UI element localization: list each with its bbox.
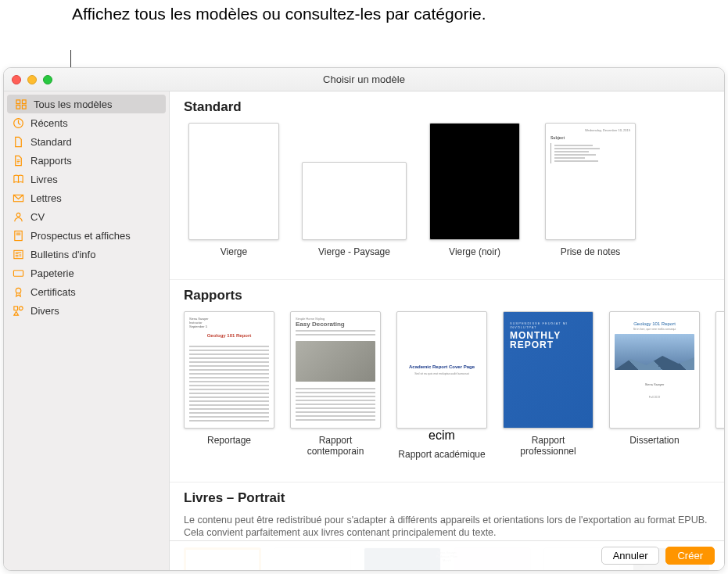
svg-rect-11 (13, 270, 23, 276)
sidebar-item-newsletters[interactable]: Bulletins d'info (4, 245, 169, 264)
sidebar-item-label: Prospectus et affiches (30, 230, 131, 242)
template-thumbnail (302, 162, 407, 240)
template-overflow[interactable] (715, 311, 724, 472)
svg-rect-8 (16, 232, 20, 235)
sidebar-item-label: Divers (30, 305, 59, 317)
sidebar-item-label: Lettres (30, 192, 62, 204)
svg-rect-2 (16, 105, 20, 109)
newspaper-icon (12, 248, 24, 260)
sidebar-item-label: Bulletins d'info (30, 249, 95, 260)
person-icon (12, 210, 24, 223)
book-icon (12, 173, 24, 185)
template-row: Siena SawyerInstructorSeptember 5 Geolog… (184, 311, 710, 472)
sidebar: Tous les modèles Récents Standard Rappor… (4, 91, 170, 570)
sidebar-item-all-templates[interactable]: Tous les modèles (7, 95, 166, 113)
template-chooser-window: Choisir un modèle Tous les modèles Récen… (3, 67, 725, 571)
sidebar-item-label: Papeterie (30, 267, 74, 279)
svg-point-12 (16, 288, 21, 293)
grid-icon (15, 98, 27, 110)
section-title: Standard (184, 99, 710, 115)
clock-icon (12, 117, 24, 129)
sidebar-item-cv[interactable]: CV (4, 207, 169, 226)
section-standard: Standard Vierge Vierge - Paysage Vierge … (170, 91, 724, 280)
template-contemporary-report[interactable]: Simple Home Styling Easy Decorating Rapp… (290, 311, 381, 472)
window-title: Choisir un modèle (323, 74, 405, 85)
zoom-icon[interactable] (43, 75, 52, 84)
misc-icon (12, 304, 24, 317)
svg-rect-9 (13, 250, 22, 258)
template-label: Prise de notes (561, 246, 621, 270)
template-thumbnail (715, 311, 724, 429)
svg-rect-3 (22, 105, 26, 109)
sidebar-item-letters[interactable]: Lettres (4, 188, 169, 207)
close-icon[interactable] (12, 75, 21, 84)
svg-rect-13 (13, 306, 17, 310)
sidebar-item-standard[interactable]: Standard (4, 132, 169, 151)
template-thumbnail (188, 123, 279, 240)
svg-point-6 (16, 213, 20, 217)
card-icon (12, 267, 24, 279)
sidebar-item-label: Récents (30, 117, 68, 129)
template-note-taking[interactable]: Wednesday, December 10, 2019 Subject (540, 123, 640, 270)
svg-point-14 (19, 306, 23, 310)
template-blank[interactable]: Vierge (184, 123, 284, 270)
svg-rect-7 (14, 231, 21, 240)
sidebar-item-label: CV (30, 211, 45, 223)
sidebar-item-label: Standard (30, 136, 72, 148)
template-blank-black[interactable]: Vierge (noir) (425, 123, 525, 270)
minimize-icon[interactable] (27, 75, 37, 84)
template-thumbnail (429, 123, 520, 240)
template-thumbnail: Wednesday, December 10, 2019 Subject (545, 123, 636, 240)
template-label: Rapport académique (398, 449, 485, 472)
template-dissertation[interactable]: Geology 101 Report Sit in fore, que vere… (609, 311, 700, 472)
traffic-lights (4, 75, 52, 84)
svg-rect-1 (22, 99, 26, 103)
cancel-button[interactable]: Annuler (601, 547, 660, 565)
template-academic-report[interactable]: Academic Report Cover Page Sed sit ea qu… (396, 311, 487, 472)
sidebar-item-books[interactable]: Livres (4, 170, 169, 188)
svg-rect-0 (16, 99, 20, 103)
sidebar-item-recents[interactable]: Récents (4, 113, 169, 132)
template-label: Reportage (207, 435, 251, 458)
template-thumbnail: SUSPENDISSE FEUGIAT MI INVOLUTPAT MONTHL… (503, 311, 594, 429)
template-thumbnail: Geology 101 Report Sit in fore, que vere… (609, 311, 700, 429)
sidebar-item-label: Livres (30, 174, 58, 185)
template-thumbnail: Siena SawyerInstructorSeptember 5 Geolog… (184, 311, 274, 429)
template-label: Vierge (noir) (449, 246, 500, 270)
sidebar-item-label: Tous les modèles (34, 99, 112, 110)
section-description: Le contenu peut être redistribué pour s'… (184, 514, 710, 540)
section-title: Livres – Portrait (184, 490, 710, 506)
create-button[interactable]: Créer (665, 547, 715, 565)
template-label: Vierge - Paysage (318, 246, 390, 270)
sidebar-item-label: Rapports (30, 155, 72, 167)
poster-icon (12, 229, 24, 242)
sidebar-item-certificates[interactable]: Certificats (4, 282, 169, 301)
template-label: Rapport contemporain (290, 435, 381, 458)
document-icon (12, 154, 24, 167)
svg-rect-10 (19, 253, 21, 257)
section-title: Rapports (184, 288, 710, 303)
section-reports: Rapports Siena SawyerInstructorSeptember… (170, 280, 724, 483)
ribbon-icon (12, 285, 24, 298)
sidebar-item-label: Certificats (30, 286, 76, 298)
template-thumbnail: Academic Report Cover Page Sed sit ea qu… (396, 311, 487, 429)
template-row: Vierge Vierge - Paysage Vierge (noir) We… (184, 123, 710, 270)
sidebar-item-flyers[interactable]: Prospectus et affiches (4, 226, 169, 245)
sidebar-item-misc[interactable]: Divers (4, 301, 169, 320)
envelope-icon (12, 192, 24, 204)
template-grid[interactable]: Standard Vierge Vierge - Paysage Vierge … (170, 91, 724, 570)
template-label: Rapport professionnel (503, 435, 594, 458)
template-thumbnail: Simple Home Styling Easy Decorating (290, 311, 381, 429)
template-blank-landscape[interactable]: Vierge - Paysage (299, 123, 409, 270)
titlebar: Choisir un modèle (4, 68, 724, 91)
template-essay[interactable]: Siena SawyerInstructorSeptember 5 Geolog… (184, 311, 274, 472)
callout-text: Affichez tous les modèles ou consultez-l… (72, 3, 486, 24)
window-body: Tous les modèles Récents Standard Rappor… (4, 91, 724, 570)
document-icon (12, 135, 24, 148)
template-label: Vierge (221, 246, 247, 270)
sidebar-item-stationery[interactable]: Papeterie (4, 264, 169, 282)
sidebar-item-reports[interactable]: Rapports (4, 151, 169, 170)
template-professional-report[interactable]: SUSPENDISSE FEUGIAT MI INVOLUTPAT MONTHL… (503, 311, 594, 472)
template-label: Dissertation (629, 435, 679, 458)
footer: Annuler Créer (170, 540, 724, 570)
